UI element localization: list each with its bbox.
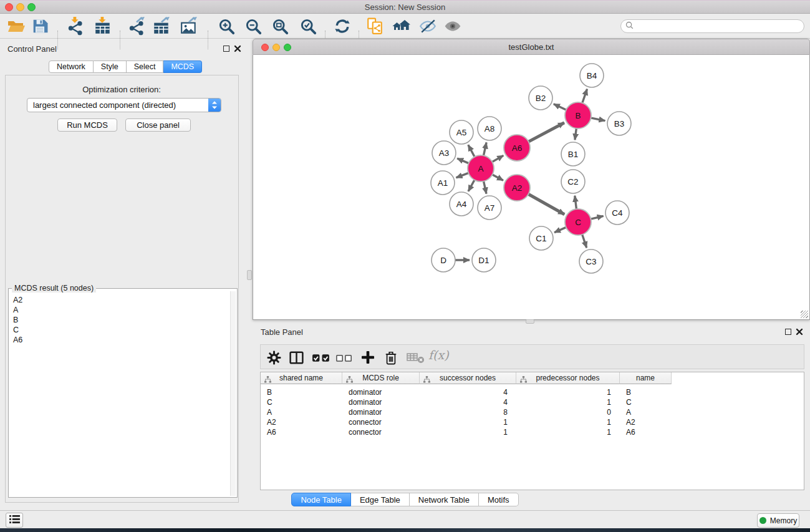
graph-edge-C-C3[interactable] bbox=[582, 233, 587, 248]
table-cell[interactable]: 0 bbox=[516, 407, 620, 417]
run-mcds-button[interactable]: Run MCDS bbox=[57, 118, 117, 132]
result-list-scrollbar[interactable] bbox=[230, 291, 236, 496]
table-cell[interactable]: 8 bbox=[420, 407, 516, 417]
graph-edge-A-A6[interactable] bbox=[491, 155, 504, 162]
result-list-item[interactable]: A2 bbox=[10, 295, 229, 305]
graph-node-C[interactable]: C bbox=[565, 209, 591, 235]
graph-edge-C-C2[interactable] bbox=[575, 196, 577, 210]
delete-row-icon[interactable] bbox=[382, 349, 400, 366]
export-image-icon[interactable] bbox=[180, 17, 198, 36]
table-cell[interactable]: connector bbox=[342, 417, 420, 427]
close-panel-button[interactable]: Close panel bbox=[125, 118, 191, 132]
import-network-icon[interactable] bbox=[66, 17, 85, 36]
graph-node-B4[interactable]: B4 bbox=[580, 64, 604, 87]
tab-select[interactable]: Select bbox=[127, 60, 164, 73]
control-panel-float-icon[interactable] bbox=[223, 46, 229, 52]
graph-node-D1[interactable]: D1 bbox=[472, 248, 496, 272]
table-panel-float-icon[interactable] bbox=[785, 329, 791, 335]
graph-node-A4[interactable]: A4 bbox=[450, 192, 473, 216]
delete-table-icon[interactable] bbox=[405, 349, 427, 366]
table-cell[interactable]: A bbox=[261, 407, 342, 417]
result-list-item[interactable]: B bbox=[10, 315, 229, 325]
graph-edge-A6-B[interactable] bbox=[528, 123, 564, 142]
memory-button[interactable]: Memory bbox=[757, 513, 799, 528]
graph-node-D[interactable]: D bbox=[432, 248, 455, 272]
graph-edge-C-C4[interactable] bbox=[589, 216, 603, 219]
graph-node-A2[interactable]: A2 bbox=[504, 175, 530, 201]
column-header-predecessor-nodes[interactable]: predecessor nodes bbox=[516, 372, 620, 384]
search-input[interactable] bbox=[636, 22, 804, 31]
table-cell[interactable]: A6 bbox=[261, 427, 342, 437]
window-resize-grip[interactable] bbox=[801, 311, 808, 318]
column-header-shared-name[interactable]: shared name bbox=[261, 372, 342, 384]
table-row-A2[interactable]: A2connector11A2 bbox=[261, 417, 672, 427]
graph-edge-A2-C[interactable] bbox=[528, 193, 565, 214]
table-cell[interactable]: 4 bbox=[420, 387, 516, 397]
table-cell[interactable]: dominator bbox=[342, 387, 420, 397]
graph-node-C2[interactable]: C2 bbox=[561, 170, 585, 193]
tab-node-table[interactable]: Node Table bbox=[291, 493, 351, 506]
save-session-icon[interactable] bbox=[31, 17, 49, 36]
column-header-successor-nodes[interactable]: successor nodes bbox=[420, 372, 516, 384]
deselect-all-checkboxes-icon[interactable] bbox=[334, 349, 354, 366]
select-all-checkboxes-icon[interactable] bbox=[311, 349, 332, 366]
graph-node-A8[interactable]: A8 bbox=[478, 117, 501, 140]
hide-selected-icon[interactable] bbox=[418, 17, 437, 36]
network-maximize-button[interactable] bbox=[284, 44, 291, 51]
graph-node-A1[interactable]: A1 bbox=[431, 171, 455, 195]
graph-node-A5[interactable]: A5 bbox=[450, 120, 473, 144]
show-columns-icon[interactable] bbox=[287, 349, 306, 366]
table-cell[interactable]: 1 bbox=[516, 397, 620, 407]
table-panel-close-icon[interactable] bbox=[796, 328, 803, 337]
criterion-dropdown[interactable]: largest connected component (directed) bbox=[27, 98, 221, 112]
graph-node-A3[interactable]: A3 bbox=[432, 141, 456, 165]
result-list-item[interactable]: A bbox=[10, 305, 229, 315]
settings-gear-icon[interactable] bbox=[264, 349, 283, 366]
split-divider-grip[interactable] bbox=[247, 270, 252, 280]
graph-node-A6[interactable]: A6 bbox=[504, 135, 530, 161]
zoom-fit-icon[interactable] bbox=[271, 17, 289, 36]
graph-node-C3[interactable]: C3 bbox=[579, 249, 603, 273]
tab-mcds[interactable]: MCDS bbox=[163, 60, 202, 73]
result-list-item[interactable]: A6 bbox=[10, 335, 229, 345]
open-file-icon[interactable] bbox=[7, 17, 26, 36]
table-row-B[interactable]: Bdominator41B bbox=[261, 387, 672, 397]
export-table-icon[interactable] bbox=[152, 17, 171, 36]
zoom-out-icon[interactable] bbox=[244, 17, 263, 36]
refresh-icon[interactable] bbox=[333, 17, 352, 36]
graph-edge-A-A4[interactable] bbox=[468, 179, 475, 191]
table-cell[interactable]: C bbox=[620, 397, 672, 407]
table-cell[interactable]: 4 bbox=[420, 397, 516, 407]
table-cell[interactable]: A bbox=[620, 407, 672, 417]
add-row-icon[interactable] bbox=[359, 349, 377, 366]
graph-edge-A-A1[interactable] bbox=[456, 173, 470, 178]
graph-edge-A-A7[interactable] bbox=[483, 180, 486, 194]
table-row-A6[interactable]: A6connector11A6 bbox=[261, 427, 672, 437]
new-network-from-selection-icon[interactable] bbox=[365, 17, 384, 36]
home-icon[interactable] bbox=[392, 17, 411, 36]
table-cell[interactable]: C bbox=[261, 397, 342, 407]
function-builder-icon[interactable]: f(x) bbox=[428, 348, 449, 362]
table-cell[interactable]: 1 bbox=[516, 387, 620, 397]
zoom-in-icon[interactable] bbox=[217, 17, 236, 36]
minimize-window-button[interactable] bbox=[16, 3, 24, 11]
table-cell[interactable]: B bbox=[620, 387, 672, 397]
graph-edge-A-A8[interactable] bbox=[483, 142, 486, 157]
table-cell[interactable]: 1 bbox=[516, 427, 620, 437]
show-all-icon[interactable] bbox=[443, 17, 462, 36]
task-history-button[interactable] bbox=[6, 513, 23, 528]
graph-node-B3[interactable]: B3 bbox=[607, 112, 631, 135]
tab-network-table[interactable]: Network Table bbox=[410, 493, 479, 506]
tab-edge-table[interactable]: Edge Table bbox=[351, 493, 410, 506]
maximize-window-button[interactable] bbox=[27, 3, 36, 11]
table-cell[interactable]: connector bbox=[342, 427, 420, 437]
table-cell[interactable]: 1 bbox=[420, 427, 516, 437]
graph-node-C1[interactable]: C1 bbox=[529, 226, 553, 250]
graph-edge-B-B4[interactable] bbox=[582, 89, 587, 104]
graph-edge-C-C1[interactable] bbox=[554, 227, 567, 233]
graph-node-C4[interactable]: C4 bbox=[605, 201, 629, 225]
zoom-selected-icon[interactable] bbox=[299, 17, 317, 36]
control-panel-close-icon[interactable] bbox=[234, 45, 241, 54]
table-row-A[interactable]: Adominator80A bbox=[261, 407, 672, 417]
network-minimize-button[interactable] bbox=[272, 44, 280, 51]
